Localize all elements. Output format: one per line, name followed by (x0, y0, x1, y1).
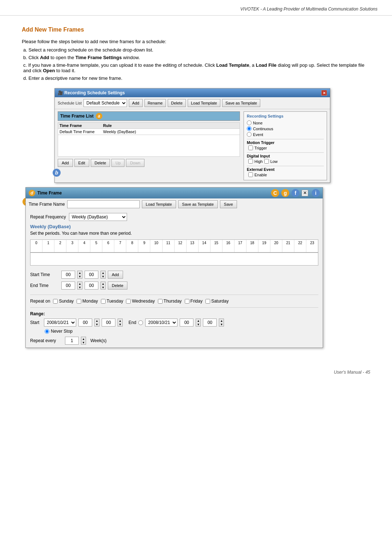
repeat-every-input[interactable] (65, 337, 79, 345)
range-start-hour[interactable] (78, 319, 92, 327)
range-end-hour[interactable] (180, 319, 193, 327)
high-checkbox-row: High Low (247, 159, 324, 164)
header-title: VIVOTEK - A Leading Provider of Multimed… (240, 7, 377, 12)
label-b-circle: b (53, 169, 61, 177)
trigger-checkbox[interactable] (248, 145, 253, 150)
schedule-dropdown[interactable]: Default Schedule (83, 99, 127, 107)
timeline-numbers: 0 1 2 3 4 5 6 7 8 9 10 11 12 13 (30, 239, 318, 253)
tl-1: 1 (42, 240, 54, 252)
wednesday-label: Wednesday (132, 299, 155, 304)
range-start-hour-spin[interactable]: ▲ ▼ (94, 319, 99, 327)
end-minute-spin[interactable]: ▲ ▼ (101, 282, 106, 290)
repeat-every-down[interactable]: ▼ (81, 341, 86, 344)
end-time-delete-btn[interactable]: Delete (108, 282, 127, 290)
end-hour-down[interactable]: ▼ (78, 286, 82, 289)
load-template-button-top[interactable]: Load Template (188, 99, 220, 107)
start-minute-input[interactable] (85, 271, 98, 279)
add-button[interactable]: Add (129, 99, 143, 107)
tl-2: 2 (54, 240, 66, 252)
range-start-minute-spin[interactable]: ▲ ▼ (118, 319, 123, 327)
tl-20: 20 (270, 240, 282, 252)
tl-14: 14 (199, 240, 211, 252)
list-down-btn[interactable]: Down (126, 159, 144, 167)
tl-23: 23 (306, 240, 318, 252)
tf-save-btn[interactable]: Save (220, 200, 237, 208)
end-radio[interactable] (138, 320, 143, 325)
end-hour-spin[interactable]: ▲ ▼ (77, 282, 82, 290)
steps-list: a. Select a recording schedule on the sc… (22, 47, 370, 81)
repeat-every-spin[interactable]: ▲ ▼ (81, 337, 86, 345)
external-event-label: External Event (247, 166, 324, 172)
tl-16: 16 (222, 240, 234, 252)
monday-checkbox[interactable] (77, 299, 81, 304)
tf-name-input[interactable] (67, 200, 140, 208)
radio-none-input[interactable] (247, 120, 252, 125)
start-hour-spin[interactable]: ▲ ▼ (77, 271, 82, 279)
tuesday-label: Tuesday (107, 299, 123, 304)
radio-continuous-input[interactable] (247, 126, 252, 131)
tf-save-as-template-btn[interactable]: Save as Template (178, 200, 218, 208)
range-end-minute-down[interactable]: ▼ (219, 323, 224, 326)
enable-checkbox[interactable] (248, 172, 253, 177)
range-start-hour-up[interactable]: ▲ (95, 319, 99, 323)
low-checkbox[interactable] (264, 159, 269, 164)
range-start-hour-down[interactable]: ▼ (95, 323, 99, 326)
delete-button[interactable]: Delete (168, 99, 186, 107)
list-edit-btn[interactable]: Edit (74, 159, 89, 167)
right-panel: Recording Settings None Continuous Event (244, 111, 327, 180)
sunday-checkbox[interactable] (53, 299, 58, 304)
timeline-area[interactable] (30, 253, 318, 266)
start-hour-up[interactable]: ▲ (78, 271, 82, 275)
start-minute-down[interactable]: ▼ (101, 275, 105, 278)
motion-trigger-label: Motion Trigger (247, 139, 324, 145)
thursday-checkbox[interactable] (158, 299, 163, 304)
tl-11: 11 (163, 240, 175, 252)
tf-repeat-select[interactable]: Weekly (DayBase) (69, 213, 127, 221)
high-checkbox[interactable] (248, 159, 253, 164)
thursday-checkbox-label: Thursday (158, 299, 182, 304)
start-date-select[interactable]: 2008/10/21 (44, 319, 76, 327)
wednesday-checkbox[interactable] (126, 299, 131, 304)
range-end-minute-spin[interactable]: ▲ ▼ (219, 319, 224, 327)
start-minute-spin[interactable]: ▲ ▼ (101, 271, 106, 279)
end-minute-up[interactable]: ▲ (101, 282, 105, 286)
range-label: Range: (30, 311, 318, 316)
range-end-hour-up[interactable]: ▲ (196, 319, 200, 323)
tf-load-template-btn[interactable]: Load Template (142, 200, 176, 208)
never-stop-radio[interactable] (45, 329, 49, 334)
saturday-checkbox[interactable] (205, 299, 210, 304)
range-end-hour-spin[interactable]: ▲ ▼ (196, 319, 201, 327)
tl-12: 12 (175, 240, 187, 252)
tl-3: 3 (66, 240, 78, 252)
list-delete-btn[interactable]: Delete (91, 159, 110, 167)
save-as-template-button-top[interactable]: Save as Template (222, 99, 260, 107)
end-date-select[interactable]: 2008/10/21 (145, 319, 177, 327)
range-end-hour-down[interactable]: ▼ (196, 323, 200, 326)
end-hour-input[interactable] (61, 282, 75, 290)
dialog-close-button[interactable]: ✕ (321, 90, 327, 96)
list-add-btn[interactable]: Add (58, 159, 73, 167)
range-start-minute-up[interactable]: ▲ (118, 319, 122, 323)
rename-button[interactable]: Rename (144, 99, 166, 107)
timeframe-titlebar: d Time Frame C g f ✕ i (26, 188, 323, 198)
start-hour-input[interactable] (61, 271, 75, 279)
tf-close-button[interactable]: ✕ (302, 190, 308, 196)
radio-event-input[interactable] (247, 132, 252, 137)
repeat-every-up[interactable]: ▲ (81, 337, 86, 341)
end-hour-up[interactable]: ▲ (78, 282, 82, 286)
tuesday-checkbox[interactable] (101, 299, 106, 304)
range-start-minute[interactable] (102, 319, 115, 327)
radio-none-label: None (253, 121, 262, 125)
start-minute-up[interactable]: ▲ (101, 271, 105, 275)
end-minute-input[interactable] (85, 282, 98, 290)
table-data-row-1[interactable]: Default Time Frame Weekly (DayBase) (58, 129, 240, 135)
range-start-minute-down[interactable]: ▼ (118, 323, 122, 326)
friday-checkbox[interactable] (185, 299, 189, 304)
range-end-minute[interactable] (203, 319, 217, 327)
range-end-minute-up[interactable]: ▲ (219, 319, 224, 323)
start-hour-down[interactable]: ▼ (78, 275, 82, 278)
wednesday-checkbox-label: Wednesday (126, 299, 155, 304)
start-time-add-btn[interactable]: Add (108, 271, 123, 279)
list-up-btn[interactable]: Up (111, 159, 124, 167)
end-minute-down[interactable]: ▼ (101, 286, 105, 289)
